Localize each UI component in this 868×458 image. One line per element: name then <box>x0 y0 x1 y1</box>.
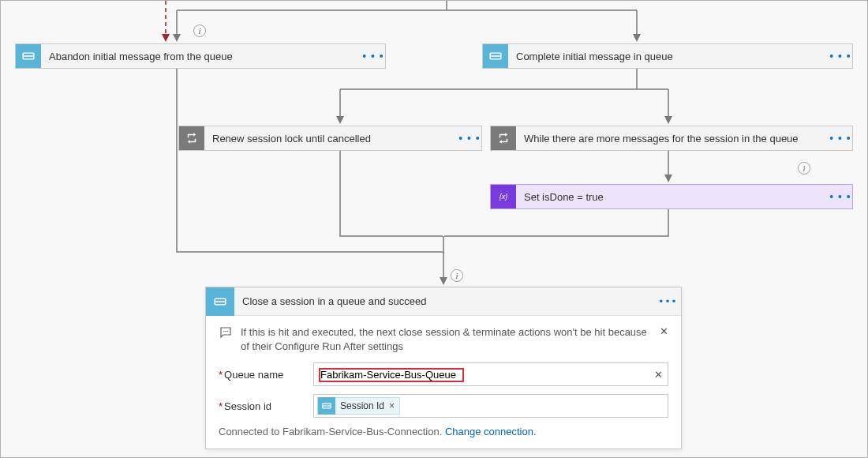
action-abandon[interactable]: Abandon initial message from the queue •… <box>15 43 386 69</box>
loop-icon <box>179 126 204 150</box>
more-button[interactable]: • • • <box>829 50 852 62</box>
more-button[interactable]: • • • <box>361 50 385 62</box>
session-id-label: Session id <box>219 400 313 412</box>
variable-icon: {x} <box>491 185 516 208</box>
servicebus-icon <box>206 287 234 316</box>
clear-icon[interactable]: ✕ <box>654 369 663 381</box>
action-while[interactable]: While there are more messages for the se… <box>490 126 853 151</box>
action-complete[interactable]: Complete initial message in queue • • • <box>482 43 853 69</box>
session-id-token[interactable]: Session Id × <box>317 397 400 415</box>
action-set-isdone[interactable]: {x} Set isDone = true • • • <box>490 184 853 209</box>
svg-marker-0 <box>173 34 181 42</box>
panel-note: If this is hit and executed, the next cl… <box>241 325 652 353</box>
servicebus-icon <box>483 44 508 68</box>
svg-marker-5 <box>664 175 672 182</box>
servicebus-icon <box>318 397 335 415</box>
comment-icon <box>219 325 233 342</box>
action-renew[interactable]: Renew session lock until cancelled • • • <box>178 126 482 151</box>
session-id-field[interactable]: Session Id × <box>313 394 668 418</box>
action-label: Abandon initial message from the queue <box>41 51 361 62</box>
close-note-button[interactable]: ✕ <box>660 325 668 337</box>
more-button[interactable]: • • • <box>829 132 852 145</box>
svg-text:{x}: {x} <box>499 193 508 201</box>
servicebus-icon <box>16 44 41 68</box>
more-button[interactable]: • • • <box>829 190 852 203</box>
connection-text: Connected to Fabrikam-Service-Bus-Connec… <box>219 426 442 437</box>
action-label: Complete initial message in queue <box>508 51 829 62</box>
token-remove[interactable]: × <box>389 400 395 411</box>
token-label: Session Id <box>340 400 384 411</box>
change-connection-link[interactable]: Change connection. <box>445 426 537 437</box>
action-label: Renew session lock until cancelled <box>204 133 458 145</box>
svg-marker-3 <box>336 116 344 124</box>
svg-marker-2 <box>633 34 641 42</box>
panel-title: Close a session in a queue and succeed <box>234 295 654 307</box>
svg-point-16 <box>227 331 229 332</box>
action-label: While there are more messages for the se… <box>516 133 829 145</box>
info-icon: i <box>193 24 206 37</box>
queue-name-field[interactable]: ✕ <box>313 362 668 386</box>
svg-marker-4 <box>664 116 672 124</box>
svg-point-15 <box>225 331 226 332</box>
queue-name-label: Queue name <box>219 369 313 381</box>
action-label: Set isDone = true <box>516 191 829 203</box>
svg-marker-6 <box>440 277 447 285</box>
action-close-session-panel: Close a session in a queue and succeed •… <box>205 287 682 449</box>
loop-icon <box>491 126 516 150</box>
info-icon: i <box>451 269 463 282</box>
more-button[interactable]: • • • <box>654 295 681 307</box>
svg-marker-1 <box>162 34 170 42</box>
more-button[interactable]: • • • <box>458 132 481 145</box>
info-icon: i <box>798 162 810 175</box>
svg-point-14 <box>223 331 225 332</box>
